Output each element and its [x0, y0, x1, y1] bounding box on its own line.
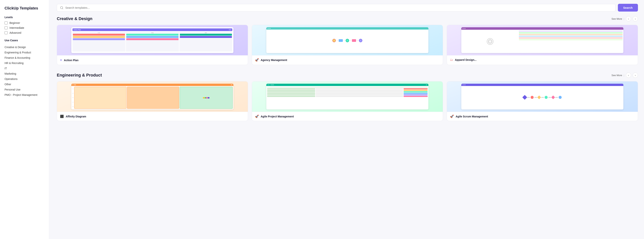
section-nav-creative: See More | ‹ ›	[612, 16, 638, 22]
apparel-icon: 🗂	[450, 58, 453, 62]
card-image-apparel	[447, 25, 638, 55]
agile-scrum-name: Agile Scrum Management	[456, 115, 488, 118]
main-content: Search Creative & Design See More | ‹ ›	[49, 0, 644, 239]
agile-pm-name: Agile Project Management	[261, 115, 294, 118]
card-footer-action-plan: ≡ Action Plan	[57, 55, 248, 65]
search-input-wrapper	[57, 4, 616, 12]
section-title-engineering: Engineering & Product	[57, 73, 102, 78]
see-more-engineering[interactable]: See More	[612, 74, 622, 77]
creative-design-section: Creative & Design See More | ‹ › Action …	[57, 16, 638, 65]
beginner-label[interactable]: Beginner	[10, 22, 20, 24]
nav-divider-creative: |	[624, 18, 624, 20]
affinity-name: Affinity Diagram	[66, 115, 86, 118]
intermediate-label[interactable]: Intermediate	[10, 26, 24, 29]
use-case-pmo[interactable]: PMO - Project Management	[4, 92, 44, 98]
section-header-creative: Creative & Design See More | ‹ ›	[57, 16, 638, 22]
sidebar-title: ClickUp Templates	[4, 6, 44, 10]
search-input[interactable]	[65, 6, 612, 9]
nav-next-engineering[interactable]: ›	[633, 72, 638, 78]
agency-name: Agency Management	[261, 58, 287, 62]
nav-next-creative[interactable]: ›	[633, 16, 638, 22]
cards-grid-creative: Action Plan to do	[57, 25, 638, 65]
nav-prev-creative[interactable]: ‹	[626, 16, 631, 22]
card-agile-pm[interactable]: 🚀 Agile Project Management	[252, 81, 443, 121]
card-image-action-plan: Action Plan to do	[57, 25, 248, 55]
action-plan-name: Action Plan	[64, 59, 78, 62]
section-header-engineering: Engineering & Product See More | ‹ ›	[57, 72, 638, 78]
nav-prev-engineering[interactable]: ‹	[626, 72, 631, 78]
sidebar: ClickUp Templates Levels Beginner Interm…	[0, 0, 49, 239]
action-plan-icon: ≡	[60, 58, 62, 62]
advanced-checkbox-item[interactable]: Advanced	[4, 31, 44, 34]
advanced-checkbox[interactable]	[4, 31, 8, 34]
use-cases-section: Use Cases Creative & Design Engineering …	[4, 39, 44, 98]
search-bar: Search	[57, 0, 638, 16]
card-action-plan[interactable]: Action Plan to do	[57, 25, 248, 65]
use-case-personal-use[interactable]: Personal Use	[4, 87, 44, 92]
card-apparel-design[interactable]: 🗂 Apparel Design...	[447, 25, 638, 65]
nav-divider-engineering: |	[624, 74, 624, 77]
card-footer-apparel: 🗂 Apparel Design...	[447, 55, 638, 64]
use-case-marketing[interactable]: Marketing	[4, 71, 44, 76]
advanced-label[interactable]: Advanced	[10, 31, 21, 34]
see-more-creative[interactable]: See More	[612, 18, 622, 20]
card-image-agile-scrum	[447, 82, 638, 112]
cards-grid-engineering: ⬛ Affinity Diagram	[57, 81, 638, 121]
affinity-icon: ⬛	[60, 114, 64, 118]
use-case-operations[interactable]: Operations	[4, 76, 44, 82]
card-image-affinity	[57, 82, 248, 112]
card-footer-affinity: ⬛ Affinity Diagram	[57, 112, 248, 121]
section-title-creative: Creative & Design	[57, 16, 92, 21]
use-case-creative-design[interactable]: Creative & Design	[4, 44, 44, 50]
intermediate-checkbox[interactable]	[4, 26, 8, 29]
use-case-hr-recruiting[interactable]: HR & Recruiting	[4, 60, 44, 66]
card-image-agile-pm	[252, 82, 443, 112]
use-case-engineering-product[interactable]: Engineering & Product	[4, 50, 44, 55]
card-footer-agile-scrum: 🚀 Agile Scrum Management	[447, 112, 638, 121]
card-agency-management[interactable]: 🚀 Agency Management	[252, 25, 443, 65]
section-nav-engineering: See More | ‹ ›	[612, 72, 638, 78]
card-footer-agile-pm: 🚀 Agile Project Management	[252, 112, 443, 121]
svg-line-1	[62, 8, 63, 9]
intermediate-checkbox-item[interactable]: Intermediate	[4, 26, 44, 29]
use-case-finance-accounting[interactable]: Finance & Accounting	[4, 55, 44, 60]
search-button[interactable]: Search	[618, 4, 638, 12]
use-case-other[interactable]: Other	[4, 82, 44, 87]
card-affinity-diagram[interactable]: ⬛ Affinity Diagram	[57, 81, 248, 121]
use-cases-section-title: Use Cases	[4, 39, 44, 42]
apparel-name: Apparel Design...	[455, 58, 476, 61]
agency-icon: 🚀	[255, 58, 259, 62]
search-icon	[60, 6, 64, 10]
agile-scrum-icon: 🚀	[450, 114, 454, 118]
beginner-checkbox-item[interactable]: Beginner	[4, 22, 44, 24]
card-image-agency	[252, 25, 443, 55]
card-agile-scrum[interactable]: 🚀 Agile Scrum Management	[447, 81, 638, 121]
agile-pm-icon: 🚀	[255, 114, 259, 118]
use-case-it[interactable]: IT	[4, 66, 44, 71]
beginner-checkbox[interactable]	[4, 22, 8, 24]
levels-section-title: Levels	[4, 16, 44, 19]
engineering-product-section: Engineering & Product See More | ‹ ›	[57, 72, 638, 121]
card-footer-agency: 🚀 Agency Management	[252, 55, 443, 64]
